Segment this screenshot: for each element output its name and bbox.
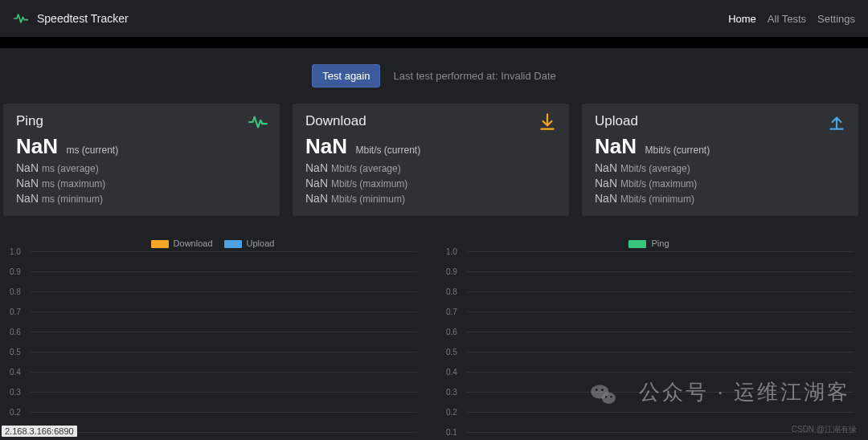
watermark-brand: 公众号 · 运维江湖客 [639,378,850,406]
upload-min-value: NaN [595,192,617,205]
y-tick-label: 0.8 [446,287,457,296]
y-tick-label: 0.3 [446,388,457,397]
gridline [31,372,417,373]
y-tick-label: 0.1 [446,428,457,437]
app-title: Speedtest Tracker [37,12,129,25]
download-avg-value: NaN [305,161,328,174]
nav-settings[interactable]: Settings [817,13,855,25]
gridline [467,291,854,292]
upload-avg-value: NaN [595,161,617,174]
upload-icon [826,112,847,132]
watermark-csdn: CSDN @江湖有缘 [792,424,857,435]
ping-avg-value: NaN [16,161,39,174]
upload-max-value: NaN [595,177,617,189]
y-tick-label: 0.9 [446,267,457,276]
y-tick-label: 0.4 [446,368,457,377]
ping-min-value: NaN [16,192,39,205]
card-upload: Upload NaN Mbit/s (current) NaNMbit/s (a… [582,104,858,216]
upload-avg-unit: Mbit/s (average) [620,163,690,174]
y-tick-label: 0.2 [10,408,21,417]
gridline [467,332,854,332]
chart-ping-plot: 1.00.90.80.70.60.50.40.30.20.1 [467,251,854,440]
svg-point-3 [601,389,604,391]
card-ping-title: Ping [16,113,267,129]
gridline [31,312,417,312]
gridline [31,432,417,433]
y-tick-label: 0.4 [10,368,21,377]
pulse-icon [248,112,268,132]
card-upload-title: Upload [595,113,845,129]
gridline [31,352,417,352]
chart-throughput: Download Upload 1.00.90.80.70.60.50.40.3… [3,227,422,440]
y-tick-label: 0.9 [10,267,21,276]
wechat-icon [588,379,619,409]
stat-cards: Ping NaN ms (current) NaNms (average) Na… [0,104,868,227]
ping-current-unit: ms (current) [66,145,118,156]
chart-throughput-legend: Download Upload [3,227,422,248]
y-tick-label: 1.0 [10,247,21,256]
gridline [467,352,854,352]
charts-row: Download Upload 1.00.90.80.70.60.50.40.3… [0,227,868,440]
card-ping: Ping NaN ms (current) NaNms (average) Na… [3,104,280,216]
upload-current-value: NaN [595,134,637,158]
svg-point-5 [610,396,612,398]
gridline [467,412,854,413]
gridline [467,271,854,272]
download-max-unit: Mbit/s (maximum) [331,178,407,189]
nav-all-tests[interactable]: All Tests [768,13,806,25]
download-min-value: NaN [305,192,328,205]
y-tick-label: 0.6 [10,328,21,336]
nav-home[interactable]: Home [728,13,756,25]
pulse-logo-icon [13,10,29,26]
gridline [467,372,854,373]
download-max-value: NaN [305,177,328,189]
nav-divider [0,37,868,48]
legend-download: Download [151,238,213,248]
ping-max-value: NaN [16,177,39,189]
gridline [467,251,854,252]
svg-point-1 [602,393,616,404]
card-download-title: Download [305,113,556,129]
top-nav: Speedtest Tracker Home All Tests Setting… [0,0,868,37]
y-tick-label: 0.7 [10,308,21,316]
card-download: Download NaN Mbit/s (current) NaNMbit/s … [293,104,569,216]
gridline [31,412,417,413]
download-avg-unit: Mbit/s (average) [331,163,401,174]
download-min-unit: Mbit/s (minimum) [331,194,405,205]
ping-current-value: NaN [16,134,58,158]
y-tick-label: 0.6 [446,328,457,336]
y-tick-label: 0.3 [10,388,21,397]
upload-current-unit: Mbit/s (current) [645,145,710,156]
gridline [31,291,417,292]
legend-upload: Upload [224,238,275,248]
upload-max-unit: Mbit/s (maximum) [620,178,697,189]
y-tick-label: 0.5 [446,348,457,356]
y-tick-label: 1.0 [446,247,457,256]
chart-throughput-plot: 1.00.90.80.70.60.50.40.30.20.1 [31,251,417,440]
svg-point-2 [596,389,598,391]
ping-avg-unit: ms (average) [42,163,99,174]
legend-ping: Ping [628,238,669,248]
upload-min-unit: Mbit/s (minimum) [620,194,694,205]
gridline [467,312,854,312]
last-test-label: Last test performed at: Invalid Date [393,70,555,82]
y-tick-label: 0.5 [10,348,21,356]
chart-ping: Ping 1.00.90.80.70.60.50.40.30.20.1 [440,227,858,440]
y-tick-label: 0.8 [10,287,21,296]
download-current-unit: Mbit/s (current) [355,145,420,156]
test-again-button[interactable]: Test again [312,64,380,88]
status-address-pill: 2.168.3.166:6890 [2,426,77,437]
gridline [31,392,417,393]
svg-point-4 [605,396,608,398]
y-tick-label: 0.2 [446,408,457,417]
gridline [31,332,417,332]
download-icon [537,112,558,132]
y-tick-label: 0.7 [446,308,457,316]
gridline [31,271,417,272]
ping-min-unit: ms (minimum) [42,194,103,205]
download-current-value: NaN [305,134,347,158]
ping-max-unit: ms (maximum) [42,178,105,189]
gridline [31,251,417,252]
action-row: Test again Last test performed at: Inval… [0,64,868,88]
chart-ping-legend: Ping [440,227,858,248]
